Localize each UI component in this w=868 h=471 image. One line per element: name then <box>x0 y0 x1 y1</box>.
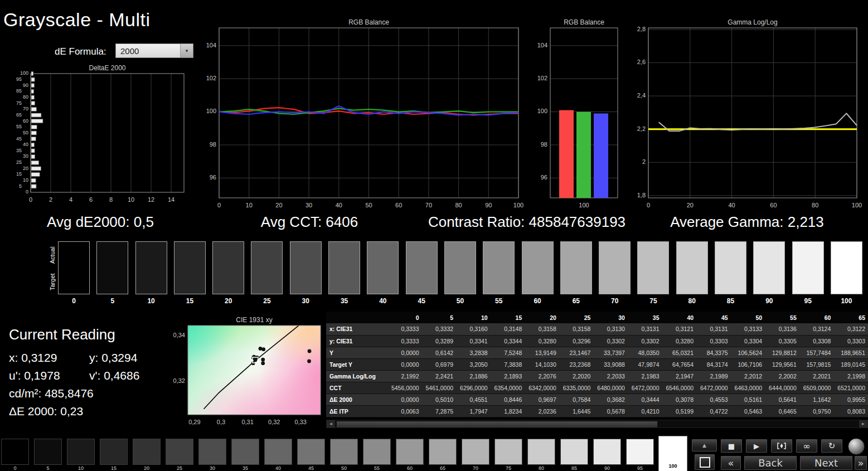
svg-text:80: 80 <box>812 202 818 208</box>
grayscale-swatch-60: 60 <box>522 241 554 305</box>
svg-text:15: 15 <box>16 171 22 177</box>
patch-level-45[interactable]: 45 <box>297 439 325 471</box>
patch-level-label: 35 <box>243 466 248 471</box>
table-row: Gamma Log/Log2,19922,24212,18862,18932,2… <box>326 370 868 382</box>
patch-level-label: 0 <box>13 466 16 471</box>
svg-text:8: 8 <box>109 196 113 203</box>
patch-level-35[interactable]: 35 <box>231 439 259 471</box>
scroll-up-button[interactable]: ▲ <box>691 439 717 452</box>
table-row: y: CIE310,33330,32890,33410,33440,32800,… <box>326 335 868 347</box>
play-button[interactable]: ▶ <box>745 439 768 453</box>
patch-level-70[interactable]: 70 <box>462 439 489 471</box>
table-header-row: 05101520253035404550556065 <box>326 312 868 323</box>
refresh-icon: ↻ <box>828 441 836 451</box>
swatch-level-label: 20 <box>225 297 232 305</box>
swatch-level-label: 65 <box>573 297 580 305</box>
swatch-level-label: 100 <box>841 297 852 305</box>
patch-level-75[interactable]: 75 <box>494 439 522 471</box>
patch-level-65[interactable]: 65 <box>429 439 457 471</box>
patch-level-label: 85 <box>571 466 577 471</box>
single-measure-button[interactable] <box>770 439 793 453</box>
patch-level-label: 5 <box>46 466 49 471</box>
grayscale-swatch-40: 40 <box>367 241 399 305</box>
reading-u: u': 0,1978 <box>9 369 60 382</box>
continuous-measure-button[interactable]: ∞ <box>796 439 818 453</box>
patch-level-25[interactable]: 25 <box>166 439 193 471</box>
swatch-color <box>212 241 244 294</box>
svg-text:70: 70 <box>23 106 28 111</box>
patch-level-0[interactable]: 0 <box>1 439 29 471</box>
svg-text:14: 14 <box>168 196 174 203</box>
patch-level-60[interactable]: 60 <box>396 439 424 471</box>
reading-x: x: 0,3129 <box>9 351 57 364</box>
refresh-button[interactable]: ↻ <box>821 439 843 453</box>
next-button[interactable]: Next <box>799 455 853 470</box>
svg-text:25: 25 <box>16 159 22 165</box>
svg-text:96: 96 <box>210 174 216 181</box>
grayscale-swatch-90: 90 <box>753 241 785 305</box>
grayscale-swatch-strip: 0510152025303540455055606570758085909510… <box>58 241 862 305</box>
de-formula-dropdown[interactable]: 2000 ▼ <box>115 43 193 58</box>
patch-level-80[interactable]: 80 <box>527 439 555 471</box>
patch-color <box>396 439 424 465</box>
reading-de2000: ΔE 2000: 0,23 <box>9 405 193 418</box>
grayscale-swatch-25: 25 <box>251 241 283 305</box>
swatch-level-label: 25 <box>263 297 270 305</box>
patch-level-90[interactable]: 90 <box>593 439 621 471</box>
svg-text:0: 0 <box>217 202 221 208</box>
reading-uv: u': 0,1978 v': 0,4686 <box>9 369 193 382</box>
target-row-label: Target <box>49 269 57 295</box>
jump-next-button[interactable]: » <box>854 455 867 470</box>
grayscale-swatch-45: 45 <box>406 241 438 305</box>
patch-color <box>363 439 391 465</box>
patch-level-20[interactable]: 20 <box>133 439 161 471</box>
swatch-color <box>715 241 746 294</box>
svg-text:20: 20 <box>687 202 694 208</box>
patch-level-15[interactable]: 15 <box>100 439 128 471</box>
stop-icon: ■ <box>728 442 735 450</box>
svg-text:12: 12 <box>148 196 154 203</box>
patch-color <box>429 439 457 465</box>
patch-level-30[interactable]: 30 <box>198 439 226 471</box>
swatch-color <box>290 241 322 294</box>
patch-color <box>659 438 687 463</box>
table-row: Y0,00000,61423,28387,524813,914923,14673… <box>326 347 868 358</box>
patch-level-50[interactable]: 50 <box>330 439 358 471</box>
patch-level-95[interactable]: 95 <box>626 439 654 471</box>
patch-level-100[interactable]: 100 <box>659 436 687 471</box>
scrollbar-left-icon[interactable]: ◄ <box>327 420 335 428</box>
svg-text:100: 100 <box>537 108 547 114</box>
patch-level-85[interactable]: 85 <box>560 439 588 471</box>
grayscale-swatch-0: 0 <box>58 241 90 305</box>
measurement-table: 05101520253035404550556065x: CIE310,3333… <box>326 312 868 417</box>
swatch-level-label: 35 <box>341 297 348 305</box>
table-scrollbar[interactable]: ◄ ► <box>326 420 868 428</box>
jump-back-button[interactable]: « <box>720 455 741 470</box>
grayscale-swatch-100: 100 <box>831 241 862 305</box>
svg-text:0,32: 0,32 <box>268 419 280 425</box>
patch-level-label: 95 <box>637 466 643 471</box>
avg-cct-stat: Avg CCT: 6406 <box>201 213 418 231</box>
swatch-color <box>792 241 824 294</box>
patch-window-button[interactable] <box>694 454 715 470</box>
patch-level-55[interactable]: 55 <box>363 439 391 471</box>
svg-text:95: 95 <box>16 76 22 82</box>
scrollbar-thumb[interactable] <box>336 421 658 428</box>
svg-text:0,33: 0,33 <box>295 419 307 425</box>
reading-y: y: 0,3294 <box>89 351 137 365</box>
stop-button[interactable]: ■ <box>720 439 743 453</box>
patch-level-10[interactable]: 10 <box>67 439 95 471</box>
scrollbar-right-icon[interactable]: ► <box>859 420 867 428</box>
grayscale-swatch-55: 55 <box>483 241 515 305</box>
patch-color <box>34 439 62 465</box>
svg-text:6: 6 <box>89 196 93 203</box>
patch-level-40[interactable]: 40 <box>264 439 292 471</box>
patch-color <box>527 439 555 465</box>
patch-level-5[interactable]: 5 <box>34 439 62 471</box>
svg-text:60: 60 <box>395 202 402 208</box>
svg-text:4: 4 <box>69 196 72 203</box>
back-button[interactable]: Back <box>744 455 797 470</box>
cie-chart-overlay: 0,290,30,310,320,330,340,32 <box>167 312 321 426</box>
svg-text:0: 0 <box>29 196 32 203</box>
patch-level-label: 55 <box>374 466 380 471</box>
